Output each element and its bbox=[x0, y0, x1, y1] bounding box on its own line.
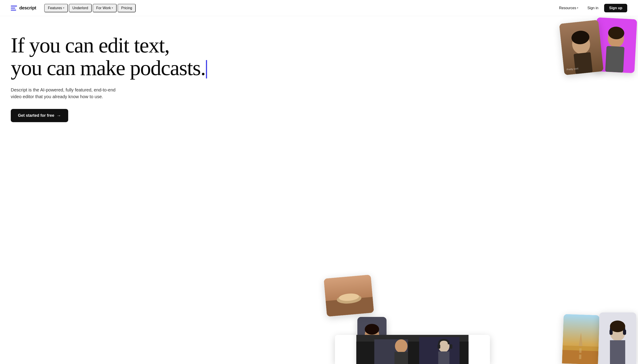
nav-right: Resources ▾ Sign in Sign up bbox=[556, 4, 627, 12]
svg-rect-35 bbox=[579, 348, 582, 353]
svg-point-38 bbox=[610, 324, 625, 341]
svg-rect-8 bbox=[559, 20, 603, 75]
svg-rect-3 bbox=[594, 17, 637, 73]
svg-rect-1 bbox=[11, 8, 15, 8]
nav-pricing[interactable]: Pricing bbox=[118, 4, 136, 12]
svg-rect-28 bbox=[438, 344, 440, 349]
svg-rect-41 bbox=[623, 330, 626, 335]
svg-marker-32 bbox=[575, 332, 585, 364]
nav-features[interactable]: Features ▾ bbox=[44, 4, 68, 12]
svg-rect-10 bbox=[574, 52, 593, 74]
person-glasses-image bbox=[357, 317, 387, 364]
nav-for-work[interactable]: For Work ▾ bbox=[93, 4, 117, 12]
hero-image-person-pink bbox=[594, 17, 637, 73]
svg-rect-25 bbox=[395, 352, 408, 364]
svg-rect-0 bbox=[11, 6, 17, 6]
svg-rect-16 bbox=[366, 335, 371, 338]
svg-point-4 bbox=[607, 29, 624, 48]
svg-rect-27 bbox=[438, 352, 450, 364]
svg-rect-22 bbox=[374, 339, 408, 364]
logo[interactable]: descript bbox=[11, 6, 36, 10]
svg-rect-5 bbox=[605, 46, 624, 72]
hero-image-food bbox=[324, 274, 374, 317]
svg-rect-33 bbox=[562, 346, 598, 364]
food-image bbox=[324, 274, 374, 317]
signup-button[interactable]: Sign up bbox=[604, 4, 627, 12]
resources-chevron-icon: ▾ bbox=[577, 6, 578, 10]
svg-rect-40 bbox=[609, 330, 613, 335]
svg-rect-45 bbox=[326, 297, 374, 317]
for-work-chevron-icon: ▾ bbox=[112, 6, 113, 10]
nav-underlord[interactable]: Underlord bbox=[69, 4, 92, 12]
svg-rect-44 bbox=[324, 274, 374, 317]
svg-rect-31 bbox=[562, 314, 600, 364]
svg-point-19 bbox=[365, 324, 379, 335]
hero-image-person-tan: Pretty cool. bbox=[559, 20, 603, 75]
svg-point-14 bbox=[365, 327, 379, 343]
hero-content: If you can edit text, you can make podca… bbox=[11, 34, 350, 122]
svg-rect-20 bbox=[357, 335, 469, 364]
nav-resources[interactable]: Resources ▾ bbox=[556, 4, 581, 12]
svg-rect-13 bbox=[357, 317, 387, 364]
hero-section: If you can edit text, you can make podca… bbox=[0, 16, 638, 364]
svg-rect-37 bbox=[599, 312, 636, 364]
desert-image bbox=[562, 314, 600, 364]
hero-image-desert bbox=[562, 314, 600, 364]
signin-button[interactable]: Sign in bbox=[583, 4, 602, 12]
cta-button[interactable]: Get started for free → bbox=[11, 109, 68, 122]
hero-image-person-glasses bbox=[357, 317, 387, 364]
svg-rect-15 bbox=[364, 342, 380, 364]
svg-point-42 bbox=[610, 320, 625, 332]
svg-rect-39 bbox=[610, 340, 625, 364]
person-pink-bg-image bbox=[594, 17, 637, 73]
svg-point-26 bbox=[438, 340, 450, 352]
svg-rect-17 bbox=[373, 335, 378, 338]
svg-rect-34 bbox=[562, 350, 598, 364]
nav-links: Features ▾ Underlord For Work ▾ Pricing bbox=[44, 4, 136, 12]
svg-rect-23 bbox=[419, 337, 460, 364]
svg-rect-36 bbox=[579, 354, 581, 359]
svg-point-11 bbox=[571, 30, 590, 45]
headphones-image bbox=[599, 312, 636, 364]
svg-rect-7 bbox=[559, 20, 603, 75]
svg-rect-2 bbox=[11, 10, 16, 10]
hero-image-headphones bbox=[599, 312, 636, 364]
navbar: descript Features ▾ Underlord For Work ▾… bbox=[0, 0, 638, 16]
descript-logo-icon bbox=[11, 6, 17, 10]
svg-rect-29 bbox=[450, 344, 452, 349]
svg-point-9 bbox=[571, 34, 591, 55]
svg-text:Pretty cool.: Pretty cool. bbox=[566, 67, 579, 71]
logo-text: descript bbox=[19, 6, 36, 10]
person-tan-image: Pretty cool. bbox=[559, 20, 603, 75]
svg-point-47 bbox=[339, 293, 359, 302]
cta-arrow-icon: → bbox=[57, 113, 61, 118]
hero-subtext: Descript is the AI-powered, fully featur… bbox=[11, 86, 127, 100]
features-chevron-icon: ▾ bbox=[63, 6, 64, 10]
nav-left: descript Features ▾ Underlord For Work ▾… bbox=[11, 4, 136, 12]
svg-rect-21 bbox=[357, 342, 469, 364]
hero-image-video-frame bbox=[335, 335, 490, 364]
svg-point-24 bbox=[395, 339, 408, 353]
hero-images: Pretty cool. bbox=[319, 16, 638, 364]
svg-point-6 bbox=[608, 26, 624, 40]
svg-rect-43 bbox=[324, 274, 374, 317]
svg-point-46 bbox=[337, 294, 362, 304]
video-frame-image bbox=[335, 335, 490, 364]
hero-headline: If you can edit text, you can make podca… bbox=[11, 34, 350, 79]
svg-rect-30 bbox=[562, 314, 600, 364]
text-cursor bbox=[206, 60, 207, 78]
